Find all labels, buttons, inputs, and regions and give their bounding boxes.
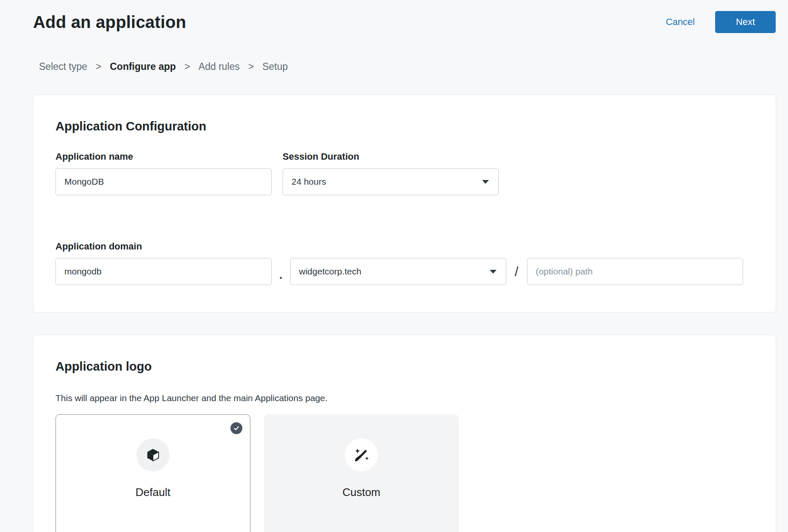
application-logo-card: Application logo This will appear in the… [33,335,776,532]
application-domain-group: Application domain . widgetcorp.tech / [55,241,754,285]
application-name-field-group: Application name [55,151,272,195]
domain-label-row: Application domain [55,241,754,252]
path-input[interactable] [527,258,743,285]
breadcrumb-separator: > [248,61,254,72]
check-icon [230,422,242,434]
next-button[interactable]: Next [715,11,776,33]
application-domain-label: Application domain [55,241,142,252]
custom-logo-icon-circle [345,438,378,471]
application-name-label: Application name [55,151,272,162]
domain-dot-separator: . [279,268,283,285]
logo-option-default[interactable]: Default [55,414,250,532]
domain-slash-separator: / [515,264,519,280]
session-duration-select[interactable]: 24 hours [283,168,499,195]
cancel-button[interactable]: Cancel [666,17,695,28]
session-duration-label: Session Duration [283,151,499,162]
chevron-down-icon [490,270,497,274]
paintbrush-icon [353,446,370,463]
breadcrumb: Select type > Configure app > Add rules … [0,61,788,72]
domain-select-value: widgetcorp.tech [299,266,361,277]
add-application-page: Add an application Cancel Next Select ty… [0,0,788,532]
application-name-input[interactable] [55,168,272,195]
application-logo-description: This will appear in the App Launcher and… [55,393,754,403]
breadcrumb-separator: > [184,61,190,72]
page-title: Add an application [33,13,186,32]
page-header: Add an application Cancel Next [0,0,788,33]
application-configuration-card: Application Configuration Application na… [33,94,776,313]
header-actions: Cancel Next [666,11,776,33]
default-logo-icon-circle [136,438,169,471]
default-tile-label: Default [136,486,170,499]
chevron-down-icon [482,180,489,184]
breadcrumb-separator: > [96,61,101,72]
session-duration-field-group: Session Duration 24 hours [283,151,499,195]
domain-select[interactable]: widgetcorp.tech [290,258,506,285]
application-logo-title: Application logo [55,360,754,374]
custom-tile-label: Custom [342,486,380,499]
application-configuration-title: Application Configuration [55,119,754,133]
logo-options: Default Custom [55,414,754,532]
step-configure-app[interactable]: Configure app [110,61,176,72]
subdomain-input[interactable] [55,258,272,285]
step-select-type[interactable]: Select type [39,61,87,72]
session-duration-value: 24 hours [291,177,326,187]
step-setup[interactable]: Setup [262,61,288,72]
name-session-row: Application name Session Duration 24 hou… [55,151,754,195]
logo-option-custom[interactable]: Custom [264,414,459,532]
step-add-rules[interactable]: Add rules [199,61,240,72]
cube-icon [145,447,161,463]
domain-inputs-row: . widgetcorp.tech / [55,258,754,285]
